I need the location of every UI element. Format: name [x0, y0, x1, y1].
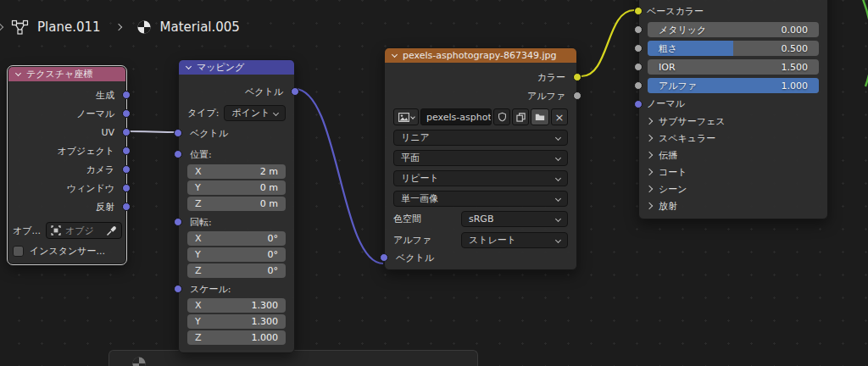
alpha-mode-dropdown[interactable]: ストレート — [461, 232, 568, 248]
socket-color-output[interactable] — [573, 73, 581, 81]
socket-mapping-vector-output[interactable] — [291, 87, 299, 96]
location-x-field[interactable]: X2 m — [187, 164, 286, 179]
location-z-field[interactable]: Z0 m — [187, 197, 286, 211]
collapse-chevron-icon[interactable] — [186, 64, 192, 69]
socket-reflection-output[interactable] — [122, 202, 131, 211]
expand-chevron-icon — [646, 118, 653, 125]
node-image-texture-header[interactable]: pexels-asphotograpy-867349.jpg — [385, 48, 576, 63]
type-label: タイプ: — [187, 107, 219, 119]
type-row: タイプ: ポイント — [179, 102, 294, 124]
scale-x-field[interactable]: X1.300 — [187, 298, 286, 313]
section-transmission[interactable]: 伝播 — [639, 147, 827, 164]
section-subsurface[interactable]: サブサーフェス — [639, 113, 827, 130]
dropdown-chevron-icon — [555, 135, 561, 141]
image-name-field[interactable]: pexels-asphoto... — [420, 108, 492, 125]
section-coat[interactable]: コート — [639, 164, 827, 180]
location-y-field[interactable]: Y0 m — [187, 180, 286, 195]
scale-label-row: スケール: — [179, 280, 294, 298]
fake-user-button[interactable] — [493, 108, 510, 125]
collapse-chevron-icon[interactable] — [15, 70, 21, 76]
socket-normal-input[interactable] — [634, 100, 643, 108]
eyedropper-icon[interactable] — [106, 225, 117, 236]
mesh-data-icon — [11, 19, 29, 36]
socket-object-output[interactable] — [122, 147, 131, 155]
object-icon — [51, 225, 61, 236]
socket-image-vector-input[interactable] — [380, 253, 388, 262]
rotation-x-field[interactable]: X0° — [187, 231, 286, 246]
socket-alpha-input[interactable] — [634, 81, 643, 90]
breadcrumb: Plane.011 Material.005 — [0, 15, 240, 39]
socket-roughness-input[interactable] — [634, 44, 643, 53]
node-texture-coordinate-header[interactable]: テクスチャ座標 — [8, 67, 125, 81]
socket-mapping-vector-input[interactable] — [174, 129, 182, 137]
socket-window-output[interactable] — [122, 184, 131, 192]
duplicate-button[interactable] — [512, 108, 529, 125]
socket-generated-output[interactable] — [122, 91, 131, 99]
source-dropdown[interactable]: 単一画像 — [393, 191, 568, 207]
alpha-mode-row: アルファ ストレート — [385, 230, 576, 249]
rotation-y-field[interactable]: Y0° — [187, 247, 286, 262]
collapse-chevron-icon[interactable] — [392, 52, 398, 58]
open-image-button[interactable] — [531, 108, 549, 125]
object-field-label: オブ... — [13, 225, 41, 237]
interpolation-dropdown[interactable]: リニア — [393, 130, 568, 146]
colorspace-label: 色空間 — [393, 213, 461, 225]
section-sheen[interactable]: シーン — [639, 180, 827, 197]
socket-uv-output[interactable] — [122, 128, 131, 136]
roughness-row: 粗さ0.500 — [639, 39, 827, 58]
object-picker-field[interactable]: オブジ — [46, 222, 122, 239]
section-specular[interactable]: スペキュラー — [639, 130, 827, 147]
roughness-slider[interactable]: 粗さ0.500 — [648, 41, 819, 56]
output-color: カラー — [385, 68, 576, 86]
node-mapping-header[interactable]: マッピング — [179, 60, 294, 75]
scale-y-field[interactable]: Y1.300 — [187, 314, 286, 329]
breadcrumb-object-name[interactable]: Plane.011 — [37, 19, 101, 35]
socket-rotation-input[interactable] — [174, 218, 182, 226]
socket-camera-output[interactable] — [122, 165, 131, 174]
input-vector: ベクトル — [179, 124, 294, 142]
breadcrumb-edge-chevron-icon — [0, 24, 3, 30]
colorspace-row: 色空間 sRGB — [385, 209, 576, 228]
socket-normal-output[interactable] — [122, 109, 131, 118]
node-texture-coordinate[interactable]: テクスチャ座標 生成 ノーマル UV オブジェクト カメラ ウィンドウ 反射 オ… — [8, 66, 126, 264]
dropdown-chevron-icon — [555, 155, 561, 161]
breadcrumb-material-name[interactable]: Material.005 — [160, 19, 240, 35]
socket-alpha-output[interactable] — [573, 92, 581, 100]
node-mapping[interactable]: マッピング ベクトル タイプ: ポイント ベクトル 位置: X2 m Y0 m … — [178, 59, 295, 353]
alpha-slider[interactable]: アルファ1.000 — [648, 78, 819, 93]
socket-ior-input[interactable] — [634, 63, 643, 71]
socket-scale-input[interactable] — [174, 285, 182, 293]
dropdown-chevron-icon — [555, 196, 561, 202]
metallic-slider[interactable]: メタリック0.000 — [648, 22, 819, 37]
dropdown-chevron-icon — [555, 236, 561, 242]
output-alpha: アルファ — [385, 86, 576, 105]
node-principled-bsdf[interactable]: ベースカラー メタリック0.000 粗さ0.500 IOR1.500 — [638, 0, 828, 219]
colorspace-dropdown[interactable]: sRGB — [461, 211, 568, 227]
mapping-type-dropdown[interactable]: ポイント — [224, 105, 286, 121]
expand-chevron-icon — [646, 135, 653, 141]
alpha-mode-label: アルファ — [393, 234, 461, 247]
output-camera: カメラ — [8, 160, 125, 179]
rotation-z-field[interactable]: Z0° — [187, 263, 286, 278]
extension-dropdown[interactable]: リピート — [393, 170, 568, 186]
socket-metallic-input[interactable] — [634, 25, 643, 34]
node-image-texture[interactable]: pexels-asphotograpy-867349.jpg カラー アルファ … — [384, 47, 577, 270]
output-normal: ノーマル — [8, 104, 125, 123]
socket-location-input[interactable] — [174, 150, 182, 158]
ior-slider[interactable]: IOR1.500 — [648, 59, 819, 75]
input-base-color: ベースカラー — [639, 2, 827, 20]
unlink-button[interactable]: × — [551, 108, 568, 125]
socket-base-color-input[interactable] — [634, 7, 643, 15]
from-instancer-checkbox[interactable] — [13, 246, 24, 257]
image-icon — [398, 113, 409, 122]
section-emission[interactable]: 放射 — [639, 197, 827, 214]
material-icon — [136, 19, 152, 35]
scale-z-field[interactable]: Z1.000 — [187, 330, 286, 345]
breadcrumb-separator-icon — [114, 24, 121, 30]
expand-chevron-icon — [646, 152, 653, 158]
shield-icon — [498, 112, 507, 122]
projection-dropdown[interactable]: 平面 — [393, 150, 568, 166]
image-datablock-row: pexels-asphoto... × — [393, 108, 568, 126]
location-label-row: 位置: — [179, 144, 294, 164]
image-browse-button[interactable] — [393, 108, 419, 125]
